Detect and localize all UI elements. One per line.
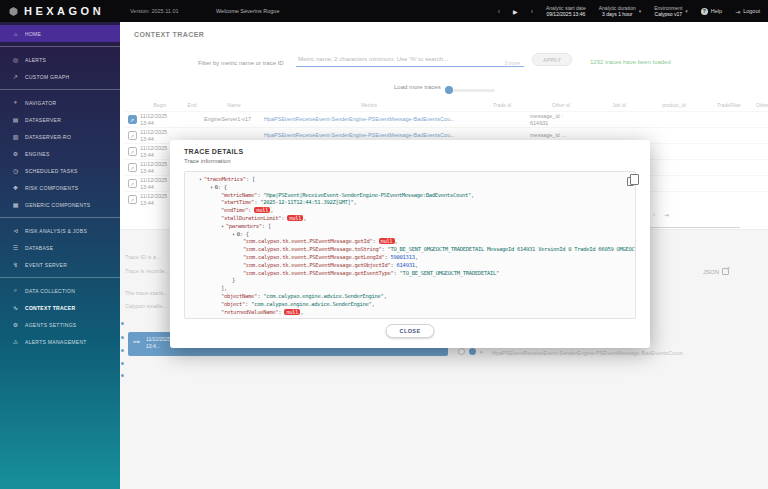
metric-link[interactable]: HpaPSEventReceiveEvent-SenderEngine-PSEv…	[264, 132, 474, 139]
header-controls: ‹ ▶ › Analytic start date 09/12/2025 13:…	[498, 0, 760, 22]
json-key: "com.calypso.tk.event.PSEventMessage.toS…	[243, 246, 382, 252]
trace-table-header: BeginEndNameMetricsTrade idOther idJob i…	[124, 98, 768, 111]
timeline-dot	[121, 374, 124, 377]
top-header: HEXAGON Version: 2025.11.01 Welcome Séve…	[0, 0, 768, 22]
copy-icon[interactable]	[627, 177, 634, 186]
json-key: "metricName"	[221, 192, 257, 198]
collapse-arrow-icon[interactable]: ▾	[199, 176, 202, 182]
json-line: "com.calypso.tk.event.PSEventMessage.get…	[191, 262, 629, 270]
key-icon: ⊶	[133, 338, 140, 346]
logout-label: Logout	[743, 8, 760, 14]
app-window: HEXAGON Version: 2025.11.01 Welcome Séve…	[0, 0, 768, 489]
json-key: "com.calypso.tk.event.PSEventMessage.get…	[243, 238, 373, 244]
sidebar-item-scheduled-tasks[interactable]: ◷SCHEDULED TASKS	[0, 162, 120, 179]
open-external-icon	[722, 268, 729, 275]
sidebar-item-dataserver[interactable]: ▤DATASERVER	[0, 111, 120, 128]
sidebar-item-dataserver-ro[interactable]: ▥DATASERVER-RO	[0, 128, 120, 145]
json-line: "returnedValueName": null,	[191, 309, 629, 317]
json-value-null: null	[287, 215, 303, 221]
sidebar-item-agents-settings[interactable]: ⚙AGENTS SETTINGS	[0, 316, 120, 333]
step-back-icon[interactable]: ‹	[498, 8, 500, 15]
sidebar-item-label: ALERTS MANAGEMENT	[25, 339, 87, 345]
trace-open-cell: ↗	[124, 131, 140, 140]
sidebar-item-event-server[interactable]: ↯EVENT SERVER	[0, 256, 120, 273]
json-value-string: "com.calypso.engine.advice.SenderEngine"	[251, 301, 371, 307]
sidebar-item-label: DATABASE	[25, 245, 53, 251]
sidebar-item-database[interactable]: ☰DATABASE	[0, 239, 120, 256]
trace-open-cell: ↗	[124, 147, 140, 156]
json-punct: ,	[270, 207, 273, 213]
hexagon-logo-icon	[9, 7, 18, 16]
json-punct: : [	[262, 223, 271, 229]
sidebar-item-risk-analysis-jobs[interactable]: ⊲RISK ANALYSIS & JOBS	[0, 222, 120, 239]
collapse-arrow-icon[interactable]: ▾	[232, 231, 235, 237]
sidebar-item-risk-components[interactable]: ❖RISK COMPONENTS	[0, 179, 120, 196]
load-more-slider-knob[interactable]	[445, 86, 453, 94]
sidebar-nav: ⌂HOME◎ALERTS↗CUSTOM GRAPH⌖NAVIGATOR▤DATA…	[0, 22, 120, 489]
metric-link[interactable]: HpaPSEventReceiveEvent-SenderEngine-PSEv…	[264, 116, 474, 123]
open-trace-icon[interactable]: ↗	[128, 131, 137, 140]
json-line: "object": "com.calypso.engine.advice.Sen…	[191, 301, 629, 309]
sidebar-item-label: NAVIGATOR	[25, 100, 56, 106]
timeline-marker-filled[interactable]	[469, 348, 476, 355]
timeline-marker-outline[interactable]	[458, 348, 465, 355]
chevron-down-icon: ▾	[480, 349, 483, 355]
sidebar-item-custom-graph[interactable]: ↗CUSTOM GRAPH	[0, 68, 120, 85]
open-trace-icon[interactable]: ↗	[128, 163, 137, 172]
column-header-name: Name	[204, 102, 264, 108]
json-punct: : {	[218, 184, 227, 190]
collapse-arrow-icon[interactable]: ▾	[221, 223, 224, 229]
sidebar-item-data-collection[interactable]: ⌕DATA COLLECTION	[0, 282, 120, 299]
json-punct: ],	[221, 285, 227, 291]
sidebar-item-engines[interactable]: ⚙ENGINES	[0, 145, 120, 162]
filter-label: Filter by metric name or trace ID	[198, 60, 284, 66]
load-more-slider-track[interactable]	[449, 89, 495, 92]
collapse-arrow-icon[interactable]: ▾	[210, 184, 213, 190]
open-trace-icon[interactable]: ↗	[128, 179, 137, 188]
engines-icon: ⚙	[10, 150, 21, 157]
sidebar-item-alerts[interactable]: ◎ALERTS	[0, 51, 120, 68]
welcome-text: Welcome Séverins Rogue	[216, 8, 279, 14]
help-button[interactable]: ? Help	[701, 8, 722, 15]
json-view-link[interactable]: JSON	[703, 268, 729, 275]
sidebar-item-context-tracer[interactable]: ∿CONTEXT TRACER	[0, 299, 120, 316]
json-line: ▾"parameters": [	[191, 223, 629, 231]
analytic-duration-select[interactable]: Analytic duration 3 days 1 hour ▾	[599, 5, 641, 18]
sidebar-item-label: RISK COMPONENTS	[25, 185, 78, 191]
sidebar-item-label: ENGINES	[25, 151, 50, 157]
json-punct: }	[232, 277, 235, 283]
json-punct: ,	[415, 254, 418, 260]
environment-select[interactable]: Environment Calypso v17 ▾	[654, 5, 688, 18]
timeline-dot	[121, 322, 124, 325]
logout-button[interactable]: ⇥ Logout	[735, 8, 760, 15]
step-forward-icon[interactable]: ›	[531, 8, 533, 15]
analytic-start-date[interactable]: Analytic start date 09/12/2025 13:46	[546, 5, 586, 18]
next-page-icon[interactable]: ›	[653, 211, 655, 218]
sidebar-item-alerts-management[interactable]: ⚠ALERTS MANAGEMENT	[0, 333, 120, 350]
sidebar-item-label: ALERTS	[25, 57, 46, 63]
open-trace-icon[interactable]: ↗	[128, 195, 137, 204]
json-punct: ,	[395, 238, 398, 244]
custom-graph-icon: ↗	[10, 73, 21, 80]
close-button[interactable]: CLOSE	[386, 324, 435, 338]
json-line: ▾"traceMetrics": [	[191, 176, 629, 184]
table-cell: 11/12/2025 13:44	[140, 113, 180, 126]
dataserver-icon: ▤	[10, 116, 21, 123]
json-line: "com.calypso.tk.event.PSEventMessage.get…	[191, 270, 629, 278]
json-key: "parameters"	[226, 223, 262, 229]
json-colon: :	[373, 238, 379, 244]
sidebar-item-home[interactable]: ⌂HOME	[0, 25, 120, 42]
sidebar-item-generic-components[interactable]: ▦GENERIC COMPONENTS	[0, 196, 120, 213]
table-row[interactable]: ↗11/12/2025 13:44EngineServer1-v17HpaPSE…	[124, 111, 768, 127]
json-value-string: "TO_BE_SENT_OMGEOCTM_TRADEDETAIL Message…	[388, 246, 636, 252]
json-line: "com.calypso.tk.event.PSEventMessage.get…	[191, 238, 629, 246]
play-icon[interactable]: ▶	[513, 8, 518, 15]
open-trace-icon[interactable]: ↗	[128, 147, 137, 156]
last-page-icon[interactable]: ⇥	[664, 211, 669, 218]
column-header-other-id: Other id	[530, 102, 592, 108]
apply-button[interactable]: APPLY	[532, 53, 572, 66]
sidebar-item-navigator[interactable]: ⌖NAVIGATOR	[0, 94, 120, 111]
json-value-null: null	[379, 238, 395, 244]
json-viewer[interactable]: ▾"traceMetrics": [▾0: {"metricName": "Hp…	[184, 171, 636, 319]
open-trace-icon[interactable]: ↗	[128, 115, 137, 124]
